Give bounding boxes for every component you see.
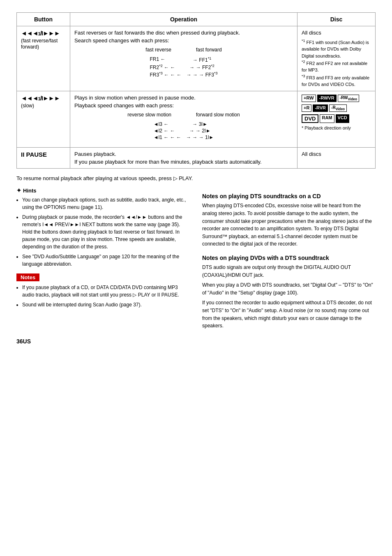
badge-rwvideo: -RWVideo [338,95,359,102]
hints-list: You can change playback options, such as… [16,196,190,268]
speed-row-3: FR3*3 ← ← ← → → → FF3*3 [147,71,220,78]
disc-badges-row2: +RW -RWVR -RWVideo [302,95,371,102]
hints-section: ✦ Hints You can change playback options,… [16,187,190,268]
op-sub-2: Playback speed changes with each press: [74,102,293,109]
slow-col2-header: forward slow motion [196,112,240,118]
speed-headers: fast reverse fast forward [74,47,293,53]
speed-col1-header: fast reverse [145,47,171,53]
operation-cell-1: Fast reverses or fast forwards the disc … [70,26,297,91]
resume-note: To resume normal playback after playing … [16,175,376,181]
disc-badges-row2c: DVD RAM VCD [302,114,371,123]
note-item-1: If you pause playback of a CD, or DATA C… [22,284,190,299]
badge-dvd: DVD [302,114,318,123]
notes-list: If you pause playback of a CD, or DATA C… [16,284,190,308]
notes-header: Notes [16,273,39,281]
section-body-2c: If you connect the recorder to audio equ… [202,299,376,329]
section-title-2: Notes on playing DVDs with a DTS soundtr… [202,255,376,261]
op-title-1: Fast reverses or fast forwards the disc … [74,30,293,36]
hints-label: Hints [23,188,37,194]
slow-arrow-2: → → 2l► [184,127,216,134]
slow-row-3: ◄l1 ← ← ← → → → 1l► [151,134,216,141]
disc-main-1: All discs [302,30,371,36]
slow-diagram-table: ◄l3 ← → 3l► ◄l2 ← ← → → 2l► ◄l1 ← ← ← → … [151,121,216,141]
slow-row-2: ◄l2 ← ← → → 2l► [151,127,216,134]
notes-section: Notes If you pause playback of a CD, or … [16,273,190,308]
badge-rvideo: -RVideo [329,104,347,112]
section-body-2a: DTS audio signals are output only throug… [202,264,376,279]
col-header-button: Button [17,13,70,26]
button-label-1: (fast reverse/fast forward) [21,38,58,50]
badge-rwvr: -RWVR [317,95,337,102]
section-1: Notes on playing DTS soundtracks on a CD… [202,193,376,248]
section-body-1: When playing DTS-encoded CDs, excessive … [202,202,376,248]
badge-ram: RAM [320,114,334,123]
speed-left-2: FR2*2 ← ← [147,63,184,71]
hint-item-1: You can change playback options, such as… [22,196,190,211]
pause-symbol: II PAUSE [21,151,47,158]
badge-rvr: -RVR [313,104,328,112]
speed-diagram-table: FR1 ← → FF1*1 FR2*2 ← ← → → FF2*2 FR3*3 … [147,56,220,78]
speed-col2-header: fast forward [196,47,222,53]
table-row: ◄◄◄1/I►►► (fast reverse/fast forward) Fa… [17,26,376,91]
right-column: Notes on playing DTS soundtracks on a CD… [202,187,376,329]
operation-cell-2: Plays in slow motion when pressed in pau… [70,91,297,148]
slow-col1-header: reverse slow motion [127,112,171,118]
disc-main-3: All discs [302,151,371,157]
note-item-2: Sound will be interrupted during Scan Au… [22,301,190,308]
button-label-2: (slow) [21,103,34,109]
button-symbol-1: ◄◄◄1/I►►► [21,30,66,37]
col-header-operation: Operation [70,13,297,26]
button-symbol-2: ◄◄◄1/I►►► [21,95,66,102]
op-title-2: Plays in slow motion when pressed in pau… [74,95,293,101]
speed-left-3: FR3*3 ← ← ← [147,71,184,78]
table-row: II PAUSE Pauses playback. If you pause p… [17,148,376,169]
section-2: Notes on playing DVDs with a DTS soundtr… [202,255,376,330]
badge-rw: +RW [302,95,316,102]
speed-arrow-1: → FF1*1 [184,56,220,63]
main-table: Button Operation Disc ◄◄◄1/I►►► (fast re… [16,12,376,169]
disc-note-1-0: *1 FF1 with sound (Scan Audio) is availa… [302,38,371,88]
hints-icon: ✦ [16,187,21,194]
hint-item-2: During playback or pause mode, the recor… [22,213,190,250]
slow-left-2: ◄l2 ← ← [151,127,184,134]
operation-cell-3: Pauses playback. If you pause playback f… [70,148,297,169]
badge-vcd: VCD [336,114,349,123]
section-title-1: Notes on playing DTS soundtracks on a CD [202,193,376,199]
disc-cell-3: All discs [297,148,376,169]
speed-arrow-2: → → FF2*2 [184,63,220,71]
page-number: 36US [16,338,376,345]
hint-item-3: See "DVD Audio/Subtitle Language" on pag… [22,253,190,268]
disc-cell-1: All discs *1 FF1 with sound (Scan Audio)… [297,26,376,91]
slow-left-1: ◄l3 ← [151,121,184,127]
hints-title: ✦ Hints [16,187,190,194]
slow-row-1: ◄l3 ← → 3l► [151,121,216,127]
op-sub-1: Search speed changes with each press: [74,37,293,44]
op-sub-3: If you pause playback for more than five… [74,159,293,165]
slow-arrow-3: → → → 1l► [184,134,216,141]
slow-left-3: ◄l1 ← ← ← [151,134,184,141]
slow-headers: reverse slow motion forward slow motion [74,112,293,118]
disc-badges-row2b: +R -RVR -RVideo [302,104,371,112]
button-cell-1: ◄◄◄1/I►►► (fast reverse/fast forward) [17,26,70,91]
button-cell-2: ◄◄◄1/I►►► (slow) [17,91,70,148]
op-title-3: Pauses playback. [74,151,293,157]
table-row: ◄◄◄1/I►►► (slow) Plays in slow motion wh… [17,91,376,148]
left-column: ✦ Hints You can change playback options,… [16,187,190,329]
section-body-2b: When you play a DVD with DTS soundtracks… [202,281,376,297]
speed-row-2: FR2*2 ← ← → → FF2*2 [147,63,220,71]
disc-note-row2: * Playback direction only [302,125,371,130]
button-cell-3: II PAUSE [17,148,70,169]
badge-r: +R [302,104,311,112]
speed-row-1: FR1 ← → FF1*1 [147,56,220,63]
speed-left-1: FR1 ← [147,56,184,63]
col-header-disc: Disc [297,13,376,26]
slow-arrow-1: → 3l► [184,121,216,127]
two-column-section: ✦ Hints You can change playback options,… [16,187,376,329]
disc-cell-2: +RW -RWVR -RWVideo +R -RVR -RVideo DVD R… [297,91,376,148]
speed-arrow-3: → → → FF3*3 [184,71,220,78]
